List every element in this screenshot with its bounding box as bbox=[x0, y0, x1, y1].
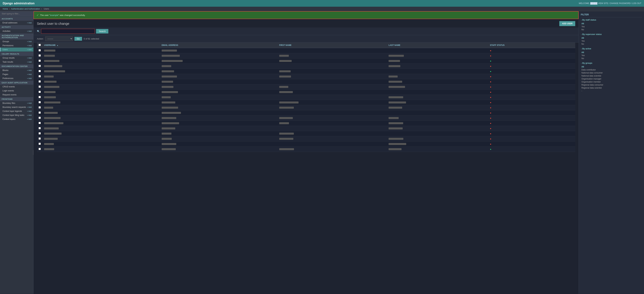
table-header-username[interactable]: USERNAME ▲ bbox=[42, 42, 160, 48]
row-checkbox[interactable] bbox=[38, 80, 41, 83]
sidebar-item-blocks[interactable]: Blocks + Add bbox=[0, 68, 33, 72]
row-checkbox[interactable] bbox=[38, 86, 41, 88]
add-user-button[interactable]: ADD USER bbox=[559, 21, 575, 26]
sidebar-item-group-results[interactable]: Group results + Add bbox=[0, 56, 33, 60]
sidebar-item-context-layers[interactable]: Context layers + Add bbox=[0, 117, 33, 121]
add-task-results-link[interactable]: + Add bbox=[27, 61, 32, 63]
sidebar-item-users[interactable]: Users + Add bbox=[0, 48, 33, 52]
table-row[interactable]: ● bbox=[37, 64, 575, 69]
filter-section-title-2[interactable]: ↓ By active bbox=[581, 48, 642, 50]
row-checkbox[interactable] bbox=[38, 54, 41, 57]
table-row[interactable]: ● bbox=[37, 142, 575, 147]
filter-link-3-8[interactable]: - bbox=[581, 89, 642, 92]
sidebar-item-context-legends[interactable]: Context layer legends + Add bbox=[0, 109, 33, 113]
sidebar-item-crud-events[interactable]: CRUD events bbox=[0, 85, 33, 89]
row-checkbox[interactable] bbox=[38, 112, 41, 114]
table-row[interactable]: ● bbox=[37, 126, 575, 131]
row-checkbox[interactable] bbox=[38, 148, 41, 150]
add-pages-link[interactable]: + Add bbox=[27, 73, 32, 75]
filter-link-0-2[interactable]: No bbox=[581, 28, 642, 31]
row-checkbox[interactable] bbox=[38, 60, 41, 62]
table-row[interactable]: ● bbox=[37, 100, 575, 105]
table-row[interactable]: ● bbox=[37, 84, 575, 90]
table-row[interactable]: ● bbox=[37, 48, 575, 53]
sidebar-item-request-events[interactable]: Request events bbox=[0, 93, 33, 97]
sidebar-item-boundary-search[interactable]: Boundary search requests + Add bbox=[0, 105, 33, 109]
row-checkbox[interactable] bbox=[38, 70, 41, 72]
filter-link-3-5[interactable]: Organisation member bbox=[581, 80, 642, 83]
filter-link-3-4[interactable]: Organisation manager bbox=[581, 77, 642, 80]
add-permissions-link[interactable]: + Add bbox=[27, 44, 32, 46]
breadcrumb-auth[interactable]: Authentication and Authorization bbox=[11, 8, 40, 10]
filter-link-2-2[interactable]: No bbox=[581, 57, 642, 60]
sidebar-item-login-events[interactable]: Login events bbox=[0, 89, 33, 93]
sidebar-collapse-button[interactable]: « bbox=[33, 150, 34, 155]
filter-section-title-0[interactable]: ↓ By staff status bbox=[581, 19, 642, 21]
change-password-link[interactable]: CHANGE PASSWORD bbox=[610, 2, 630, 4]
table-row[interactable]: ● bbox=[37, 136, 575, 142]
table-header-firstname[interactable]: FIRST NAME bbox=[278, 42, 387, 48]
sidebar-item-permissions[interactable]: Permissions + Add bbox=[0, 43, 33, 48]
row-checkbox[interactable] bbox=[38, 101, 41, 103]
sidebar-item-email-addresses[interactable]: Email addresses + Add bbox=[0, 21, 33, 25]
row-checkbox[interactable] bbox=[38, 132, 41, 135]
table-row[interactable]: ● bbox=[37, 74, 575, 79]
add-group-results-link[interactable]: + Add bbox=[27, 57, 32, 59]
sidebar-item-pages[interactable]: Pages + Add bbox=[0, 72, 33, 76]
row-checkbox[interactable] bbox=[38, 75, 41, 77]
filter-link-0-0[interactable]: All bbox=[581, 22, 642, 25]
add-context-legends-link[interactable]: + Add bbox=[27, 110, 32, 112]
log-out-link[interactable]: LOG OUT bbox=[632, 2, 641, 4]
filter-link-3-2[interactable]: National data consumer bbox=[581, 71, 642, 74]
table-row[interactable]: ● bbox=[37, 79, 575, 84]
sidebar-item-groups[interactable]: Groups + Add bbox=[0, 39, 33, 43]
filter-link-1-1[interactable]: Yes bbox=[581, 39, 642, 42]
sidebar-item-boundary-files[interactable]: Boundary files + Add bbox=[0, 101, 33, 105]
filter-link-3-0[interactable]: All bbox=[581, 65, 642, 68]
filter-link-3-7[interactable]: Regional data scientist bbox=[581, 86, 642, 89]
add-boundary-files-link[interactable]: + Add bbox=[27, 102, 32, 104]
search-button[interactable]: Search bbox=[96, 29, 108, 33]
select-all-checkbox[interactable] bbox=[38, 44, 41, 46]
table-header-staffstatus[interactable]: STAFF STATUS bbox=[488, 42, 575, 48]
sidebar-item-activities[interactable]: Activities + Add bbox=[0, 29, 33, 33]
row-checkbox[interactable] bbox=[38, 106, 41, 109]
filter-link-2-1[interactable]: Yes bbox=[581, 54, 642, 57]
table-header-lastname[interactable]: LAST NAME bbox=[387, 42, 488, 48]
add-context-layers-link[interactable]: + Add bbox=[27, 118, 32, 120]
go-button[interactable]: Go bbox=[74, 37, 82, 41]
filter-link-1-0[interactable]: All bbox=[581, 36, 642, 39]
sidebar-filter-input[interactable] bbox=[0, 11, 33, 16]
row-checkbox[interactable] bbox=[38, 127, 41, 129]
row-checkbox[interactable] bbox=[38, 65, 41, 67]
row-checkbox[interactable] bbox=[38, 91, 41, 93]
row-checkbox[interactable] bbox=[38, 122, 41, 124]
add-context-tiling-link[interactable]: + Add bbox=[27, 114, 32, 116]
table-row[interactable]: ● bbox=[37, 131, 575, 136]
add-preferences-link[interactable]: + Add bbox=[27, 77, 32, 79]
row-checkbox[interactable] bbox=[38, 117, 41, 119]
sidebar-item-task-results[interactable]: Task results + Add bbox=[0, 60, 33, 64]
filter-link-3-1[interactable]: Data contributor bbox=[581, 68, 642, 71]
row-checkbox[interactable] bbox=[38, 49, 41, 51]
table-row[interactable]: ● bbox=[37, 110, 575, 116]
action-select[interactable]: -------- Delete selected users bbox=[45, 36, 73, 41]
breadcrumb-home[interactable]: Home bbox=[3, 8, 8, 10]
filter-link-0-1[interactable]: Yes bbox=[581, 25, 642, 28]
view-site-link[interactable]: VIEW SITE bbox=[598, 2, 608, 4]
add-blocks-link[interactable]: + Add bbox=[27, 69, 32, 71]
table-row[interactable]: ● bbox=[37, 95, 575, 100]
table-row[interactable]: ● bbox=[37, 121, 575, 126]
add-activities-link[interactable]: + Add bbox=[27, 30, 32, 32]
table-row[interactable]: ● bbox=[37, 53, 575, 58]
row-checkbox[interactable] bbox=[38, 143, 41, 145]
filter-link-2-0[interactable]: All bbox=[581, 51, 642, 54]
add-users-link[interactable]: + Add bbox=[27, 49, 32, 51]
table-row[interactable]: ● bbox=[37, 90, 575, 95]
row-checkbox[interactable] bbox=[38, 96, 41, 98]
table-row[interactable]: ● bbox=[37, 58, 575, 64]
row-checkbox[interactable] bbox=[38, 138, 41, 140]
filter-section-title-3[interactable]: ↓ By groups bbox=[581, 62, 642, 64]
success-user-link[interactable]: example bbox=[50, 14, 58, 16]
table-row[interactable]: ● bbox=[37, 69, 575, 74]
